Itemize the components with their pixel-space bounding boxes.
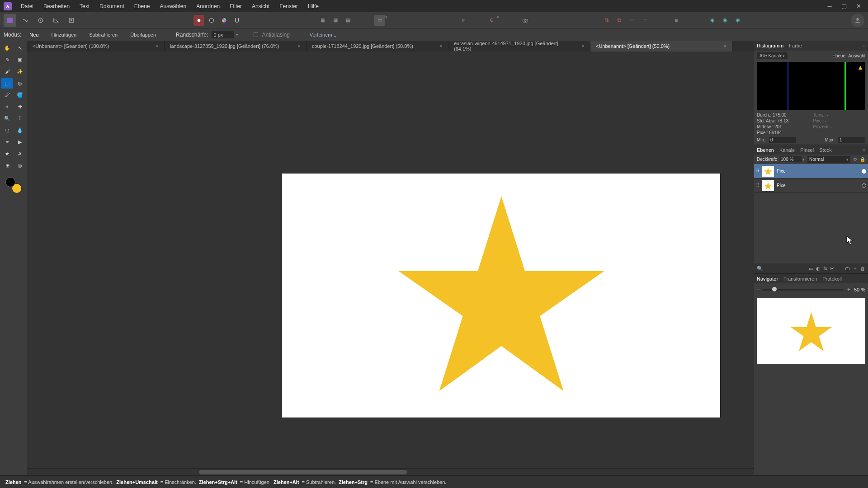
mode-add-button[interactable]: Hinzufügen [47, 31, 81, 38]
paint-tool[interactable]: 🖊 [1, 89, 13, 100]
fx-icon[interactable]: fx [823, 266, 827, 271]
marquee-tool[interactable]: ⬚ [1, 78, 13, 89]
crop-tool[interactable]: ▣ [14, 54, 26, 65]
group-layers-icon[interactable]: 🗀 [845, 266, 850, 271]
source-layer-button[interactable]: Ebene [832, 53, 845, 58]
close-icon[interactable]: × [292, 43, 301, 49]
max-input[interactable] [838, 137, 865, 143]
mode-subtract-button[interactable]: Subtrahieren [85, 31, 122, 38]
tab-history[interactable]: Protokoll [822, 276, 842, 282]
magnet-icon[interactable] [231, 15, 242, 26]
doc-tab-1[interactable]: <Unbenannt> [Geändert] (100.0%)× [27, 41, 165, 52]
tab-channels[interactable]: Kanäle [779, 147, 795, 153]
move-tool[interactable]: ↖ [14, 42, 26, 53]
shape-tool[interactable]: ★ [1, 148, 13, 159]
zoom-in-button[interactable]: ＋ [846, 286, 851, 293]
zoom-slider[interactable] [762, 289, 843, 291]
globe-1-icon[interactable]: ◉ [707, 15, 718, 26]
menu-file[interactable]: Datei [16, 1, 38, 11]
globe-2-icon[interactable]: ◉ [720, 15, 731, 26]
group-icon[interactable]: ⧉ [601, 15, 612, 26]
menu-select[interactable]: Auswählen [155, 1, 191, 11]
zoom-out-button[interactable]: − [757, 287, 760, 292]
tab-color[interactable]: Farbe [789, 43, 802, 48]
layer-row[interactable]: ⠿ Pixel [754, 164, 868, 178]
min-input[interactable] [769, 137, 796, 143]
zoom-value[interactable]: 50 % [854, 287, 865, 292]
menu-view[interactable]: Ansicht [247, 1, 274, 11]
search-layers-icon[interactable]: 🔍 [757, 266, 763, 272]
text-tool[interactable]: T [14, 113, 26, 124]
color-wheel-icon[interactable] [219, 15, 230, 26]
adjust-icon[interactable]: ◐ [816, 266, 821, 272]
menu-document[interactable]: Dokument [95, 1, 129, 11]
fill-tool[interactable]: 🪣 [14, 89, 26, 100]
mode-new-button[interactable]: Neu [25, 31, 43, 38]
canvas-viewport[interactable] [27, 52, 754, 468]
develop-persona-button[interactable] [34, 14, 47, 27]
minimize-button[interactable]: ─ [824, 2, 835, 11]
brush-tool[interactable]: 🖌 [1, 66, 13, 77]
layer-name[interactable]: Pixel [777, 169, 787, 174]
menu-filter[interactable]: Filter [225, 1, 246, 11]
layer-toggle-icon[interactable]: ⠿ [756, 183, 760, 188]
account-icon[interactable] [851, 14, 864, 27]
photo-persona-button[interactable] [4, 14, 16, 27]
doc-tab-3[interactable]: couple-1718244_1920.jpg [Geändert] (50.0… [307, 41, 448, 52]
canvas[interactable] [282, 174, 720, 418]
ungroup-icon[interactable]: ⧉ [614, 15, 625, 26]
blend-mode-dropdown[interactable]: Normal▾ [807, 156, 850, 163]
color-picker-tool[interactable]: ✎ [1, 54, 13, 65]
heal-tool[interactable]: ✚ [14, 101, 26, 112]
liquify-persona-button[interactable] [19, 14, 32, 27]
menu-edit[interactable]: Bearbeiten [39, 1, 74, 11]
scrollbar-thumb[interactable] [199, 470, 407, 474]
add-layer-icon[interactable]: ＋ [853, 265, 858, 272]
menu-window[interactable]: Fenster [275, 1, 302, 11]
globe-3-icon[interactable]: ◉ [732, 15, 743, 26]
gear-icon[interactable]: ⚙ [853, 157, 857, 162]
lock-icon[interactable]: 🔒 [860, 157, 865, 162]
channels-dropdown[interactable]: Alle Kanäle▾ [757, 52, 788, 59]
layer-toggle-icon[interactable]: ⠿ [756, 168, 760, 174]
doc-tab-5[interactable]: <Unbenannt> [Geändert] (50.0%)× [590, 41, 732, 52]
grid-3-icon[interactable]: ▦ [343, 15, 354, 26]
antialias-checkbox[interactable] [254, 33, 258, 37]
layer-row[interactable]: ⠿ Pixel [754, 178, 868, 193]
tab-navigator[interactable]: Navigator [757, 276, 778, 282]
close-window-button[interactable]: ✕ [853, 2, 864, 11]
flood-tool[interactable]: ◍ [14, 78, 26, 89]
source-selection-button[interactable]: Auswahl [848, 53, 865, 58]
tab-histogram[interactable]: Histogramm [757, 43, 783, 48]
primary-color-well[interactable] [5, 177, 15, 187]
menu-text[interactable]: Text [75, 1, 94, 11]
chevron-down-icon-3[interactable]: ▾ [236, 33, 238, 37]
hand-tool[interactable]: ✋ [1, 42, 13, 53]
drop-tool[interactable]: 💧 [14, 125, 26, 136]
clip-dropdown-icon[interactable]: ▭ [374, 15, 385, 26]
grid-1-icon[interactable]: ▦ [317, 15, 328, 26]
refine-button[interactable]: Verfeinern... [305, 31, 341, 38]
menu-layer[interactable]: Ebene [130, 1, 155, 11]
chevron-down-icon-2[interactable]: ▾ [497, 15, 499, 26]
menu-help[interactable]: Hilfe [303, 1, 323, 11]
tab-brushes[interactable]: Pinsel [800, 147, 814, 153]
chevron-down-icon[interactable]: ▾ [802, 157, 805, 162]
quick-mask-icon[interactable] [193, 15, 204, 26]
panel-menu-icon[interactable]: ≡ [863, 147, 865, 153]
list-icon[interactable]: ≡ [671, 15, 682, 26]
mask-icon[interactable]: ▭ [809, 266, 813, 272]
clip-icon[interactable]: ✂ [830, 266, 834, 272]
close-icon[interactable]: × [576, 43, 585, 49]
align-icon[interactable]: ⎚ [458, 15, 469, 26]
feather-input[interactable] [212, 31, 234, 38]
grid-2-icon[interactable]: ▦ [330, 15, 341, 26]
mode-overlap-button[interactable]: Überlappen [126, 31, 160, 38]
camera-icon[interactable] [520, 15, 531, 26]
anchor-dropdown-icon[interactable]: ⊙ [486, 15, 497, 26]
panel-menu-icon[interactable]: ≡ [863, 43, 865, 48]
close-icon[interactable]: × [434, 43, 443, 49]
doc-tab-4[interactable]: eurasian-wigeon-4914971_1920.jpg [Geände… [448, 41, 590, 52]
menu-arrange[interactable]: Anordnen [192, 1, 224, 11]
pen-tool[interactable]: ✒ [1, 136, 13, 147]
